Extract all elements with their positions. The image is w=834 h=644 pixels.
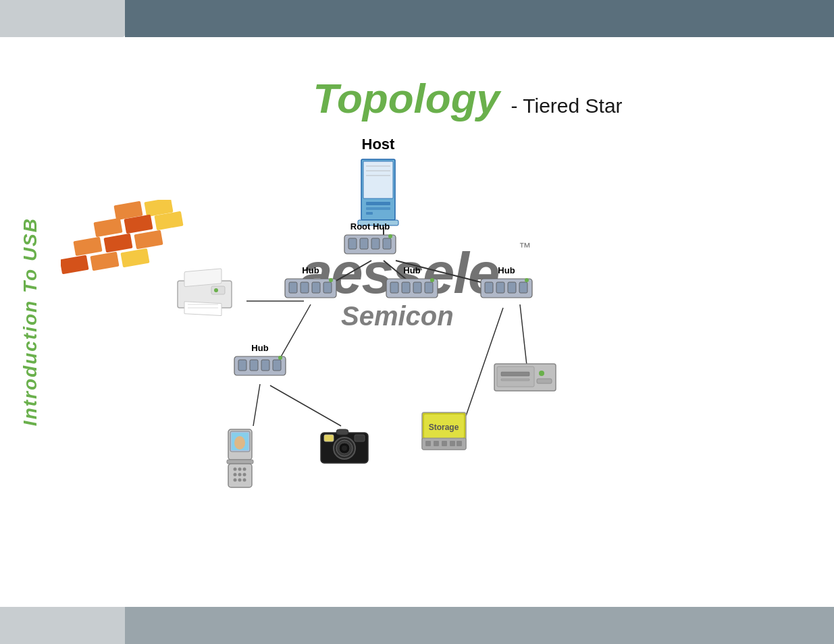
svg-point-73 [234, 468, 237, 471]
svg-point-41 [329, 278, 333, 282]
svg-rect-100 [497, 367, 534, 387]
svg-rect-43 [390, 282, 398, 293]
svg-point-86 [342, 446, 347, 451]
svg-rect-49 [485, 282, 493, 293]
svg-rect-52 [519, 282, 527, 293]
svg-rect-44 [402, 282, 410, 293]
svg-line-18 [270, 385, 341, 426]
svg-rect-33 [371, 238, 380, 249]
printer-node [174, 267, 235, 318]
svg-rect-40 [323, 282, 332, 293]
hub3-node: Hub [479, 264, 533, 301]
svg-point-79 [234, 479, 237, 482]
svg-rect-102 [501, 379, 529, 381]
svg-rect-25 [366, 212, 373, 215]
svg-rect-95 [434, 441, 439, 446]
svg-rect-23 [366, 202, 390, 205]
top-bar-right [125, 0, 834, 37]
svg-rect-89 [336, 429, 348, 435]
svg-rect-87 [324, 435, 334, 441]
hub1-node: Hub [284, 264, 338, 301]
svg-rect-34 [383, 238, 391, 249]
hub1-label: Hub [302, 265, 319, 275]
svg-rect-31 [348, 238, 357, 249]
svg-point-53 [525, 278, 529, 282]
phone-node [221, 426, 259, 490]
hub4-label: Hub [251, 343, 268, 353]
bottom-bar-left [0, 607, 125, 644]
sidebar: Introduction To USB [0, 37, 61, 607]
svg-point-80 [238, 479, 242, 482]
sidebar-label: Introduction To USB [20, 217, 41, 426]
svg-rect-55 [238, 360, 246, 371]
svg-line-20 [520, 304, 527, 365]
storage-node: Storage [419, 406, 469, 453]
svg-rect-56 [250, 360, 258, 371]
svg-rect-32 [360, 238, 368, 249]
svg-point-77 [238, 473, 242, 477]
title-topology: Topology [313, 75, 500, 122]
svg-point-70 [234, 436, 245, 450]
svg-rect-46 [425, 282, 433, 293]
svg-rect-88 [355, 435, 365, 441]
svg-rect-101 [501, 372, 529, 376]
bottom-bar-right [125, 607, 834, 644]
svg-rect-51 [508, 282, 516, 293]
root-hub-node: Root Hub [343, 220, 397, 257]
svg-rect-61 [184, 269, 221, 287]
top-bar-left [0, 0, 125, 37]
diagram-area: aessele ™ Semicon [61, 129, 834, 520]
svg-point-103 [539, 371, 544, 376]
main-content: Topology - Tiered Star [61, 37, 834, 607]
svg-point-81 [243, 479, 246, 482]
svg-point-78 [243, 473, 246, 477]
title-subtitle: - Tiered Star [511, 95, 623, 117]
svg-rect-50 [496, 282, 504, 293]
svg-rect-97 [450, 441, 455, 446]
svg-point-75 [243, 468, 246, 471]
root-hub-label: Root Hub [350, 221, 390, 232]
host-label: Host [362, 136, 395, 153]
svg-rect-62 [184, 302, 221, 316]
svg-point-59 [278, 356, 282, 360]
hub2-label: Hub [403, 265, 420, 275]
host-node: Host [351, 136, 405, 230]
svg-text:Storage: Storage [429, 423, 459, 432]
svg-point-35 [388, 234, 392, 238]
svg-point-66 [214, 288, 218, 292]
title-area: Topology - Tiered Star [101, 37, 834, 122]
hub3-label: Hub [498, 265, 515, 275]
svg-rect-45 [413, 282, 421, 293]
svg-rect-94 [425, 441, 431, 446]
camera-node [317, 423, 371, 466]
svg-rect-24 [366, 207, 390, 210]
svg-rect-38 [301, 282, 309, 293]
bottom-bar [0, 607, 834, 644]
svg-rect-71 [227, 460, 253, 464]
top-bar [0, 0, 834, 37]
svg-rect-37 [289, 282, 297, 293]
svg-rect-57 [261, 360, 269, 371]
svg-rect-104 [537, 379, 552, 383]
svg-rect-39 [312, 282, 320, 293]
svg-line-17 [253, 384, 260, 426]
svg-rect-58 [273, 360, 281, 371]
svg-rect-98 [457, 441, 462, 446]
drive-node [493, 358, 557, 396]
svg-point-76 [234, 473, 237, 477]
svg-point-74 [238, 468, 242, 471]
svg-rect-96 [442, 441, 447, 446]
svg-rect-22 [363, 161, 393, 198]
hub2-node: Hub [385, 264, 439, 301]
hub4-node: Hub [233, 342, 287, 379]
svg-point-47 [430, 278, 434, 282]
topology-lines [61, 129, 834, 520]
